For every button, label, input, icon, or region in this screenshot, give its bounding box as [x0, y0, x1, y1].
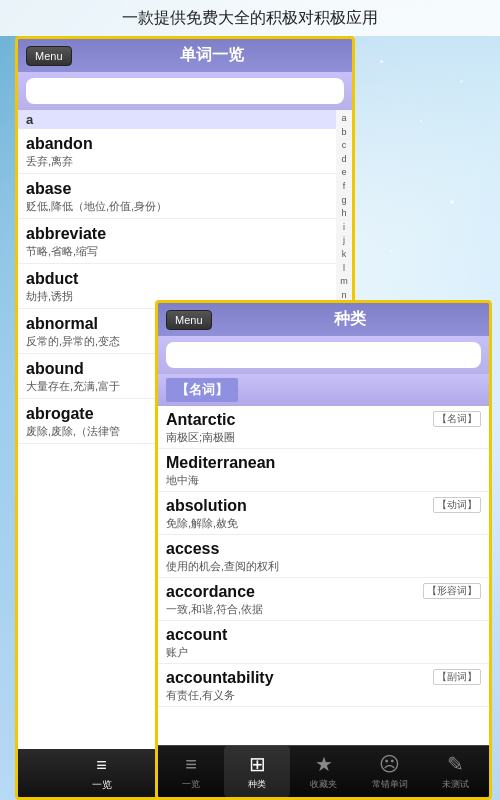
right-panel-header: Menu 种类	[158, 303, 489, 336]
word-chinese: 丢弃,离弃	[26, 154, 328, 169]
alpha-char[interactable]: f	[343, 180, 346, 193]
left-panel-title: 单词一览	[80, 45, 344, 66]
list-item[interactable]: 【副词】accountability有责任,有义务	[158, 664, 489, 707]
word-chinese: 有责任,有义务	[166, 688, 481, 703]
error-icon: ☹	[379, 752, 400, 776]
edit-icon: ✎	[447, 752, 464, 776]
right-tab-favorites[interactable]: ★ 收藏夹	[290, 746, 356, 797]
word-chinese: 地中海	[166, 473, 481, 488]
alpha-char[interactable]: g	[341, 194, 346, 207]
list-item[interactable]: account账户	[158, 621, 489, 664]
alpha-char[interactable]: c	[342, 139, 347, 152]
top-banner: 一款提供免费大全的积极对积极应用	[0, 0, 500, 36]
right-search-input[interactable]	[166, 342, 481, 368]
right-tab-bar: ≡ 一览 ⊞ 种类 ★ 收藏夹 ☹ 常错单词 ✎ 未测试	[158, 745, 489, 797]
category-tag: 【名词】	[166, 378, 238, 402]
right-tab-browse[interactable]: ≡ 一览	[158, 746, 224, 797]
word-chinese: 免除,解除,赦免	[166, 516, 481, 531]
word-chinese: 账户	[166, 645, 481, 660]
right-browse-icon: ≡	[185, 753, 197, 776]
right-search-wrapper: 🔍	[166, 342, 481, 368]
word-english: abase	[26, 180, 328, 198]
left-panel-header: Menu 单词一览	[18, 39, 352, 72]
word-english: abduct	[26, 270, 328, 288]
alpha-char[interactable]: h	[341, 207, 346, 220]
alpha-char[interactable]: k	[342, 248, 347, 261]
word-type-badge: 【副词】	[433, 669, 481, 685]
word-english: abbreviate	[26, 225, 328, 243]
right-tab-category-label: 种类	[248, 778, 266, 791]
alpha-char[interactable]: d	[341, 153, 346, 166]
top-banner-text: 一款提供免费大全的积极对积极应用	[122, 8, 378, 29]
left-search-bar: 🔍	[18, 72, 352, 110]
right-category-icon: ⊞	[249, 752, 266, 776]
right-tab-errors-label: 常错单词	[372, 778, 408, 791]
right-tab-category[interactable]: ⊞ 种类	[224, 746, 290, 797]
list-item[interactable]: abbreviate节略,省略,缩写	[18, 219, 336, 264]
alpha-char[interactable]: e	[341, 166, 346, 179]
list-item[interactable]: abandon丢弃,离弃	[18, 129, 336, 174]
alpha-char[interactable]: l	[343, 262, 345, 275]
left-tab-browse-label: 一览	[92, 778, 112, 792]
word-type-badge: 【名词】	[433, 411, 481, 427]
list-item[interactable]: access使用的机会,查阅的权利	[158, 535, 489, 578]
star-icon: ★	[315, 752, 333, 776]
right-tab-untested-label: 未测试	[442, 778, 469, 791]
word-english: Mediterranean	[166, 454, 481, 472]
right-panel: Menu 种类 🔍 【名词】 【名词】Antarctic南极区;南极圈Medit…	[155, 300, 492, 800]
alpha-char[interactable]: m	[340, 275, 348, 288]
alpha-char[interactable]: j	[343, 234, 345, 247]
category-header-row: 【名词】	[158, 374, 489, 406]
alpha-header-a: a	[18, 110, 336, 129]
list-item[interactable]: abase贬低,降低（地位,价值,身份）	[18, 174, 336, 219]
word-chinese: 使用的机会,查阅的权利	[166, 559, 481, 574]
word-english: access	[166, 540, 481, 558]
word-chinese: 一致,和谐,符合,依据	[166, 602, 481, 617]
word-type-badge: 【动词】	[433, 497, 481, 513]
list-item[interactable]: 【名词】Antarctic南极区;南极圈	[158, 406, 489, 449]
left-search-wrapper: 🔍	[26, 78, 344, 104]
right-tab-favorites-label: 收藏夹	[310, 778, 337, 791]
alpha-char[interactable]: i	[343, 221, 345, 234]
right-tab-browse-label: 一览	[182, 778, 200, 791]
word-type-badge: 【形容词】	[423, 583, 481, 599]
right-tab-untested[interactable]: ✎ 未测试	[423, 746, 489, 797]
left-menu-button[interactable]: Menu	[26, 46, 72, 66]
alpha-char[interactable]: b	[341, 126, 346, 139]
right-word-list: 【名词】Antarctic南极区;南极圈Mediterranean地中海【动词】…	[158, 406, 489, 745]
word-english: account	[166, 626, 481, 644]
right-tab-errors[interactable]: ☹ 常错单词	[357, 746, 423, 797]
right-search-bar: 🔍	[158, 336, 489, 374]
word-english: abandon	[26, 135, 328, 153]
alpha-char[interactable]: a	[341, 112, 346, 125]
word-chinese: 节略,省略,缩写	[26, 244, 328, 259]
word-chinese: 南极区;南极圈	[166, 430, 481, 445]
left-search-input[interactable]	[26, 78, 344, 104]
list-item[interactable]: 【动词】absolution免除,解除,赦免	[158, 492, 489, 535]
list-item[interactable]: 【形容词】accordance一致,和谐,符合,依据	[158, 578, 489, 621]
right-panel-title: 种类	[220, 309, 481, 330]
right-menu-button[interactable]: Menu	[166, 310, 212, 330]
list-item[interactable]: Mediterranean地中海	[158, 449, 489, 492]
browse-icon: ≡	[96, 755, 107, 776]
word-chinese: 贬低,降低（地位,价值,身份）	[26, 199, 328, 214]
